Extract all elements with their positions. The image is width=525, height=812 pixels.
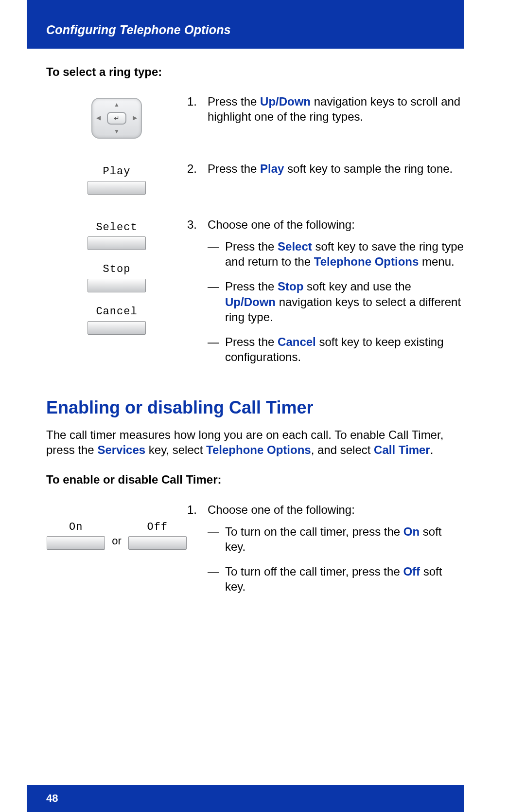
page-header: Configuring Telephone Options — [27, 0, 464, 49]
sub-option-cancel: — Press the Cancel soft key to keep exis… — [208, 334, 464, 364]
softkey-button-icon — [88, 181, 146, 195]
softkey-button-icon — [47, 536, 105, 550]
softkey-cancel: Cancel — [88, 305, 146, 335]
page-footer: 48 — [27, 785, 464, 812]
step-3-graphic: Select Stop Cancel — [46, 217, 187, 335]
softkey-select: Select — [88, 221, 146, 251]
step-number: 2. — [187, 161, 201, 176]
chevron-left-icon: ◀ — [96, 114, 101, 122]
softkey-label: Select — [96, 221, 137, 235]
step-text: Choose one of the following: — Press the… — [208, 217, 464, 375]
chevron-right-icon: ▶ — [133, 114, 137, 122]
softkey-button-icon — [88, 321, 146, 335]
step-1-graphic: ▲ ▼ ◀ ▶ ↵ — [46, 94, 187, 139]
softkey-off: Off — [128, 521, 187, 550]
sub-option-select: — Press the Select soft key to save the … — [208, 239, 464, 269]
step-number: 1. — [187, 94, 201, 124]
step-text: Press the Up/Down navigation keys to scr… — [208, 94, 464, 124]
step-text: Choose one of the following: — To turn o… — [208, 502, 464, 604]
softkey-label: Cancel — [96, 305, 137, 319]
step-2-graphic: Play — [46, 161, 187, 195]
step-1: ▲ ▼ ◀ ▶ ↵ 1. Press the Up/Down navigatio… — [46, 94, 464, 139]
highlight-updown: Up/Down — [260, 95, 311, 108]
call-timer-step-1: On or Off 1. Choose one of the following… — [46, 502, 464, 604]
softkey-on: On — [47, 521, 105, 550]
sub-option-stop: — Press the Stop soft key and use the Up… — [208, 279, 464, 325]
step-2: Play 2. Press the Play soft key to sampl… — [46, 161, 464, 195]
navigation-pad-icon: ▲ ▼ ◀ ▶ ↵ — [91, 98, 142, 139]
softkey-button-icon — [128, 536, 187, 550]
softkey-button-icon — [88, 279, 146, 292]
call-timer-graphic: On or Off — [46, 502, 187, 550]
enter-key-icon: ↵ — [107, 112, 126, 125]
page-header-title: Configuring Telephone Options — [46, 23, 231, 37]
step-number: 1. — [187, 502, 201, 604]
sub-option-on: — To turn on the call timer, press the O… — [208, 524, 464, 554]
page-number: 48 — [46, 792, 58, 805]
step-3: Select Stop Cancel 3. Choose one of the … — [46, 217, 464, 375]
or-text: or — [112, 534, 122, 550]
highlight-play: Play — [260, 162, 284, 175]
softkey-stop: Stop — [88, 263, 146, 292]
step-text: Press the Play soft key to sample the ri… — [208, 161, 464, 176]
call-timer-subhead: To enable or disable Call Timer: — [46, 472, 464, 487]
softkey-label: On — [69, 521, 83, 535]
call-timer-heading: Enabling or disabling Call Timer — [46, 397, 464, 419]
page-content: To select a ring type: ▲ ▼ ◀ ▶ ↵ 1. Pres… — [46, 58, 464, 627]
ring-type-subhead: To select a ring type: — [46, 64, 464, 79]
softkey-play: Play — [88, 165, 146, 195]
softkey-label: Stop — [103, 263, 131, 277]
chevron-up-icon: ▲ — [114, 101, 120, 109]
softkey-button-icon — [88, 236, 146, 250]
call-timer-intro: The call timer measures how long you are… — [46, 427, 464, 457]
chevron-down-icon: ▼ — [114, 128, 120, 136]
step-number: 3. — [187, 217, 201, 375]
sub-option-off: — To turn off the call timer, press the … — [208, 564, 464, 594]
softkey-label: Off — [147, 521, 168, 535]
softkey-label: Play — [103, 165, 131, 179]
